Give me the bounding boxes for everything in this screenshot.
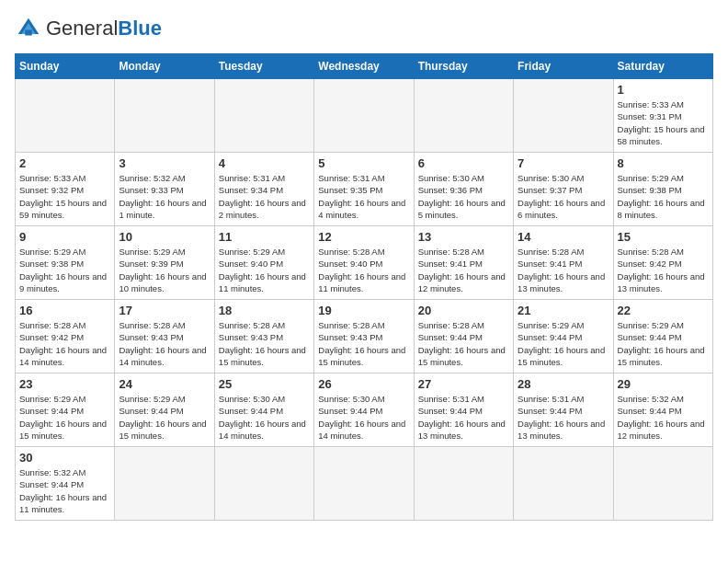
calendar-day <box>214 79 313 153</box>
day-info: Sunrise: 5:28 AM Sunset: 9:40 PM Dayligh… <box>318 246 409 294</box>
day-info: Sunrise: 5:29 AM Sunset: 9:44 PM Dayligh… <box>518 319 609 368</box>
calendar-day: 20Sunrise: 5:28 AM Sunset: 9:44 PM Dayli… <box>414 300 513 373</box>
day-info: Sunrise: 5:28 AM Sunset: 9:43 PM Dayligh… <box>119 319 210 368</box>
calendar-week-row: 1Sunrise: 5:33 AM Sunset: 9:31 PM Daylig… <box>16 79 713 153</box>
day-number: 9 <box>19 230 110 244</box>
day-info: Sunrise: 5:28 AM Sunset: 9:41 PM Dayligh… <box>518 246 609 294</box>
calendar-day: 29Sunrise: 5:32 AM Sunset: 9:44 PM Dayli… <box>613 373 712 447</box>
day-header-sunday: Sunday <box>16 54 115 79</box>
day-number: 10 <box>119 230 210 244</box>
day-info: Sunrise: 5:29 AM Sunset: 9:38 PM Dayligh… <box>618 172 709 221</box>
calendar-day: 16Sunrise: 5:28 AM Sunset: 9:42 PM Dayli… <box>16 300 115 373</box>
day-number: 8 <box>618 156 709 170</box>
day-number: 6 <box>418 156 509 170</box>
day-info: Sunrise: 5:28 AM Sunset: 9:43 PM Dayligh… <box>219 319 310 368</box>
calendar-week-row: 9Sunrise: 5:29 AM Sunset: 9:38 PM Daylig… <box>16 226 713 300</box>
day-number: 7 <box>518 156 609 170</box>
calendar-day: 30Sunrise: 5:32 AM Sunset: 9:44 PM Dayli… <box>16 447 115 521</box>
day-info: Sunrise: 5:31 AM Sunset: 9:44 PM Dayligh… <box>518 393 609 442</box>
day-info: Sunrise: 5:29 AM Sunset: 9:38 PM Dayligh… <box>19 246 110 294</box>
day-number: 12 <box>318 230 409 244</box>
calendar-header-row: SundayMondayTuesdayWednesdayThursdayFrid… <box>16 54 713 79</box>
day-info: Sunrise: 5:29 AM Sunset: 9:44 PM Dayligh… <box>19 393 110 442</box>
calendar-week-row: 23Sunrise: 5:29 AM Sunset: 9:44 PM Dayli… <box>16 373 713 447</box>
calendar-day: 10Sunrise: 5:29 AM Sunset: 9:39 PM Dayli… <box>115 226 214 300</box>
day-info: Sunrise: 5:28 AM Sunset: 9:42 PM Dayligh… <box>618 246 709 294</box>
calendar-day: 14Sunrise: 5:28 AM Sunset: 9:41 PM Dayli… <box>514 226 613 300</box>
calendar-day: 26Sunrise: 5:30 AM Sunset: 9:44 PM Dayli… <box>314 373 414 447</box>
day-info: Sunrise: 5:32 AM Sunset: 9:33 PM Dayligh… <box>119 172 210 221</box>
day-info: Sunrise: 5:29 AM Sunset: 9:44 PM Dayligh… <box>119 393 210 442</box>
day-number: 27 <box>418 377 509 391</box>
page-container: GeneralBlue SundayMondayTuesdayWednesday… <box>15 15 713 521</box>
calendar-day: 21Sunrise: 5:29 AM Sunset: 9:44 PM Dayli… <box>514 300 613 373</box>
day-info: Sunrise: 5:31 AM Sunset: 9:35 PM Dayligh… <box>318 172 409 221</box>
calendar-day: 13Sunrise: 5:28 AM Sunset: 9:41 PM Dayli… <box>414 226 513 300</box>
day-header-tuesday: Tuesday <box>214 54 313 79</box>
day-header-saturday: Saturday <box>613 54 712 79</box>
day-number: 22 <box>618 304 709 317</box>
calendar-day: 8Sunrise: 5:29 AM Sunset: 9:38 PM Daylig… <box>613 153 712 226</box>
day-number: 14 <box>518 230 609 244</box>
calendar-day <box>314 447 414 521</box>
calendar-day: 18Sunrise: 5:28 AM Sunset: 9:43 PM Dayli… <box>214 300 313 373</box>
calendar-day: 24Sunrise: 5:29 AM Sunset: 9:44 PM Dayli… <box>115 373 214 447</box>
day-info: Sunrise: 5:30 AM Sunset: 9:44 PM Dayligh… <box>318 393 409 442</box>
calendar-day <box>115 447 214 521</box>
day-info: Sunrise: 5:30 AM Sunset: 9:44 PM Dayligh… <box>219 393 310 442</box>
day-number: 19 <box>318 304 409 317</box>
calendar-day: 6Sunrise: 5:30 AM Sunset: 9:36 PM Daylig… <box>414 153 513 226</box>
calendar-day <box>613 447 712 521</box>
day-info: Sunrise: 5:28 AM Sunset: 9:43 PM Dayligh… <box>318 319 409 368</box>
calendar-day: 11Sunrise: 5:29 AM Sunset: 9:40 PM Dayli… <box>214 226 313 300</box>
day-info: Sunrise: 5:33 AM Sunset: 9:32 PM Dayligh… <box>19 172 110 221</box>
calendar-day <box>514 79 613 153</box>
calendar-day <box>115 79 214 153</box>
day-number: 17 <box>119 304 210 317</box>
day-info: Sunrise: 5:32 AM Sunset: 9:44 PM Dayligh… <box>618 393 709 442</box>
calendar-day: 25Sunrise: 5:30 AM Sunset: 9:44 PM Dayli… <box>214 373 313 447</box>
day-info: Sunrise: 5:30 AM Sunset: 9:36 PM Dayligh… <box>418 172 509 221</box>
calendar-week-row: 30Sunrise: 5:32 AM Sunset: 9:44 PM Dayli… <box>16 447 713 521</box>
day-header-friday: Friday <box>514 54 613 79</box>
calendar-week-row: 2Sunrise: 5:33 AM Sunset: 9:32 PM Daylig… <box>16 153 713 226</box>
day-number: 24 <box>119 377 210 391</box>
calendar-day: 22Sunrise: 5:29 AM Sunset: 9:44 PM Dayli… <box>613 300 712 373</box>
calendar-day <box>414 79 513 153</box>
calendar-day <box>16 79 115 153</box>
svg-rect-2 <box>25 30 32 36</box>
day-number: 15 <box>618 230 709 244</box>
day-number: 16 <box>19 304 110 317</box>
day-info: Sunrise: 5:28 AM Sunset: 9:44 PM Dayligh… <box>418 319 509 368</box>
calendar-day: 15Sunrise: 5:28 AM Sunset: 9:42 PM Dayli… <box>613 226 712 300</box>
day-info: Sunrise: 5:29 AM Sunset: 9:44 PM Dayligh… <box>618 319 709 368</box>
day-number: 23 <box>19 377 110 391</box>
calendar-day <box>414 447 513 521</box>
day-number: 25 <box>219 377 310 391</box>
calendar-day: 27Sunrise: 5:31 AM Sunset: 9:44 PM Dayli… <box>414 373 513 447</box>
day-info: Sunrise: 5:31 AM Sunset: 9:44 PM Dayligh… <box>418 393 509 442</box>
day-info: Sunrise: 5:30 AM Sunset: 9:37 PM Dayligh… <box>518 172 609 221</box>
day-number: 4 <box>219 156 310 170</box>
day-number: 2 <box>19 156 110 170</box>
calendar-day: 17Sunrise: 5:28 AM Sunset: 9:43 PM Dayli… <box>115 300 214 373</box>
calendar-day <box>314 79 414 153</box>
calendar-day: 19Sunrise: 5:28 AM Sunset: 9:43 PM Dayli… <box>314 300 414 373</box>
logo-text: GeneralBlue <box>46 18 162 39</box>
calendar-day: 23Sunrise: 5:29 AM Sunset: 9:44 PM Dayli… <box>16 373 115 447</box>
day-number: 21 <box>518 304 609 317</box>
day-info: Sunrise: 5:28 AM Sunset: 9:42 PM Dayligh… <box>19 319 110 368</box>
calendar-table: SundayMondayTuesdayWednesdayThursdayFrid… <box>15 53 713 521</box>
day-header-thursday: Thursday <box>414 54 513 79</box>
day-info: Sunrise: 5:29 AM Sunset: 9:40 PM Dayligh… <box>219 246 310 294</box>
day-info: Sunrise: 5:32 AM Sunset: 9:44 PM Dayligh… <box>19 466 110 515</box>
calendar-day: 28Sunrise: 5:31 AM Sunset: 9:44 PM Dayli… <box>514 373 613 447</box>
day-info: Sunrise: 5:33 AM Sunset: 9:31 PM Dayligh… <box>618 98 709 147</box>
day-number: 29 <box>618 377 709 391</box>
day-number: 13 <box>418 230 509 244</box>
calendar-day <box>214 447 313 521</box>
day-info: Sunrise: 5:31 AM Sunset: 9:34 PM Dayligh… <box>219 172 310 221</box>
logo: GeneralBlue <box>15 15 162 42</box>
day-number: 30 <box>19 451 110 465</box>
calendar-day: 12Sunrise: 5:28 AM Sunset: 9:40 PM Dayli… <box>314 226 414 300</box>
